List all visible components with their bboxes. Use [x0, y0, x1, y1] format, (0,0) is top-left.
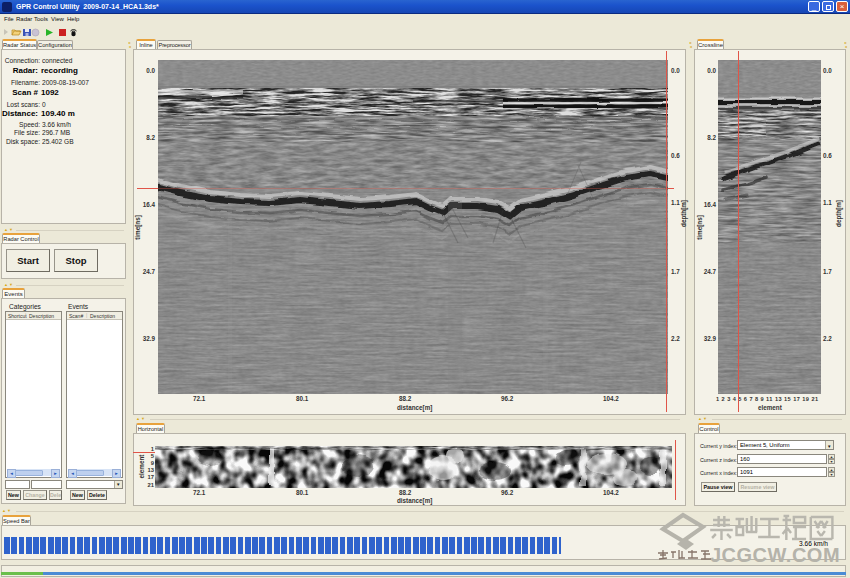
svg-text:JCGCW.COM: JCGCW.COM — [710, 544, 840, 566]
